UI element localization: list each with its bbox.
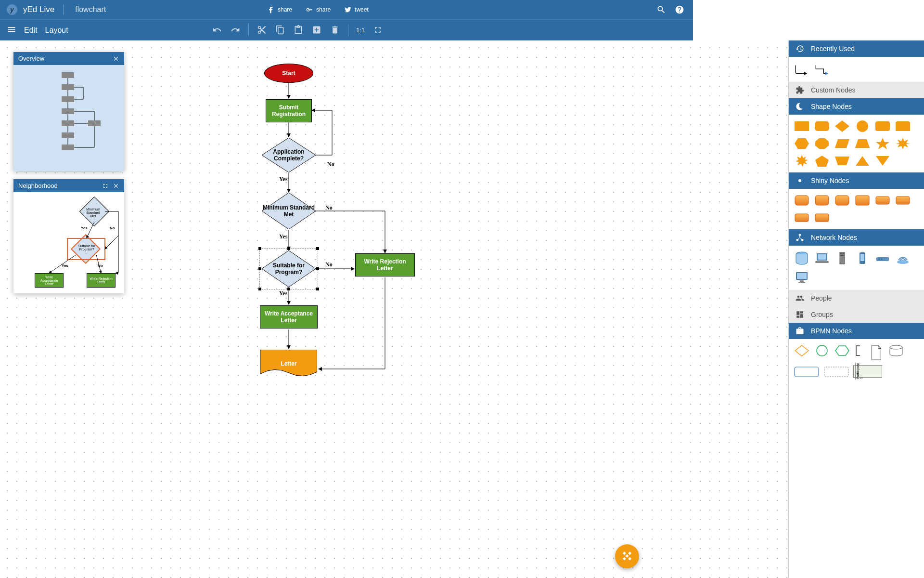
duplicate-button[interactable] bbox=[311, 25, 322, 35]
menu-bar: Edit Layout 1:1 bbox=[0, 19, 693, 40]
edge-label: Yes bbox=[279, 290, 287, 297]
title-bar: y yEd Live flowchart share share tweet bbox=[0, 0, 693, 19]
twitter-share[interactable]: tweet bbox=[344, 6, 369, 13]
flowchart-diagram: Start Submit Registration Application Co… bbox=[0, 40, 693, 434]
node-letter[interactable]: Letter bbox=[260, 350, 317, 378]
zoom-reset-button[interactable]: 1:1 bbox=[356, 26, 365, 34]
node-complete[interactable]: Application Complete? bbox=[262, 138, 316, 172]
facebook-share[interactable]: share bbox=[267, 6, 292, 13]
node-suitable[interactable]: Suitable for Program? bbox=[262, 250, 316, 287]
help-icon[interactable] bbox=[675, 5, 684, 14]
delete-button[interactable] bbox=[330, 25, 340, 35]
node-start[interactable]: Start bbox=[264, 64, 313, 83]
edge-label: Yes bbox=[279, 176, 287, 183]
hamburger-menu[interactable] bbox=[7, 25, 16, 36]
node-submit[interactable]: Submit Registration bbox=[266, 99, 312, 122]
node-rejection[interactable]: Write Rejection Letter bbox=[355, 253, 415, 276]
node-acceptance[interactable]: Write Acceptance Letter bbox=[260, 305, 318, 328]
gplus-share[interactable]: share bbox=[306, 6, 331, 13]
cut-button[interactable] bbox=[257, 25, 267, 35]
paste-button[interactable] bbox=[293, 25, 304, 35]
canvas[interactable]: Overview bbox=[0, 40, 693, 434]
app-logo-icon: y bbox=[7, 4, 17, 15]
twitter-icon bbox=[344, 6, 352, 13]
undo-button[interactable] bbox=[212, 25, 222, 35]
facebook-icon bbox=[267, 6, 275, 13]
document-name[interactable]: flowchart bbox=[72, 5, 106, 14]
redo-button[interactable] bbox=[230, 25, 241, 35]
node-minstd[interactable]: Minimum Standard Met bbox=[262, 193, 316, 229]
edge-label: No bbox=[325, 261, 333, 268]
menu-edit[interactable]: Edit bbox=[24, 26, 38, 35]
gplus-icon bbox=[306, 6, 313, 13]
copy-button[interactable] bbox=[275, 25, 285, 35]
edge-label: Yes bbox=[279, 233, 287, 240]
menu-layout[interactable]: Layout bbox=[45, 26, 68, 35]
search-icon[interactable] bbox=[656, 5, 666, 14]
app-name: yEd Live bbox=[23, 5, 54, 14]
edge-label: No bbox=[325, 204, 333, 211]
edge-label: No bbox=[327, 161, 334, 168]
fit-content-button[interactable] bbox=[372, 25, 383, 35]
